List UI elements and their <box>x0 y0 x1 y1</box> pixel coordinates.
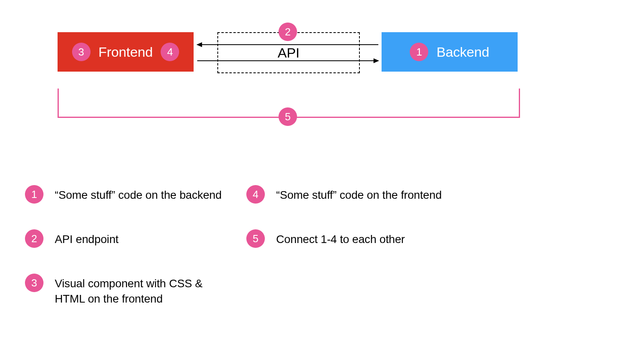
badge-4-icon: 4 <box>161 43 179 61</box>
legend-badge-2-icon: 2 <box>25 229 43 248</box>
legend-text-5: Connect 1-4 to each other <box>276 229 405 247</box>
legend-item-4: 4 “Some stuff” code on the frontend <box>246 185 442 204</box>
diagram-stage: 3 Frontend 4 API 1 Backend 2 5 1 “Some s… <box>0 0 644 344</box>
legend-badge-3-icon: 3 <box>25 274 43 292</box>
badge-2-icon: 2 <box>279 23 297 41</box>
legend-item-5: 5 Connect 1-4 to each other <box>246 229 405 248</box>
legend-item-2: 2 API endpoint <box>25 229 118 248</box>
legend-text-1: “Some stuff” code on the backend <box>55 185 222 203</box>
legend-text-3: Visual component with CSS & HTML on the … <box>55 274 232 307</box>
legend-item-1: 1 “Some stuff” code on the backend <box>25 185 222 204</box>
badge-1-icon: 1 <box>410 43 428 61</box>
badge-3-icon: 3 <box>72 43 91 61</box>
arrow-right-icon <box>197 60 378 61</box>
legend-badge-4-icon: 4 <box>246 185 265 204</box>
badge-5-icon: 5 <box>279 107 297 126</box>
backend-box: 1 Backend <box>382 32 518 72</box>
api-label: API <box>278 45 299 61</box>
legend-badge-1-icon: 1 <box>25 185 43 204</box>
legend-item-3: 3 Visual component with CSS & HTML on th… <box>25 274 232 307</box>
legend-badge-5-icon: 5 <box>246 229 265 248</box>
frontend-label: Frontend <box>99 44 153 60</box>
frontend-box: 3 Frontend 4 <box>58 32 194 72</box>
backend-label: Backend <box>436 44 489 60</box>
legend-text-2: API endpoint <box>55 229 118 247</box>
legend-text-4: “Some stuff” code on the frontend <box>276 185 442 203</box>
arrow-left-icon <box>197 44 378 45</box>
